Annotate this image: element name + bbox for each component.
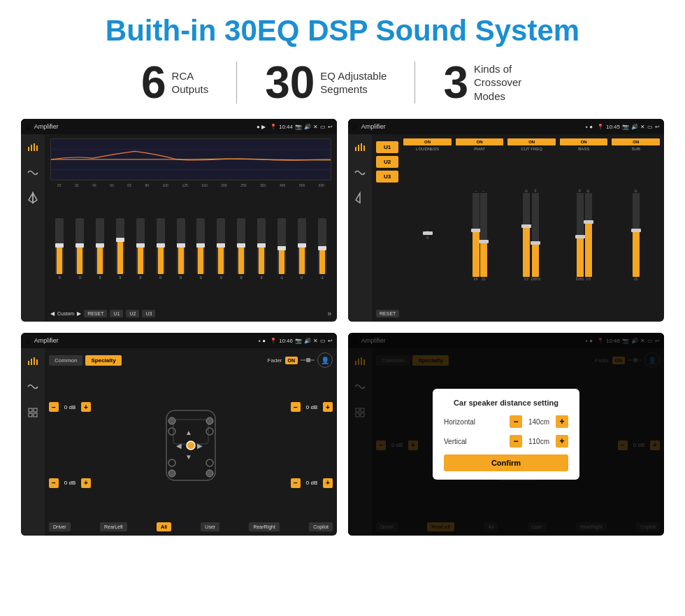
bass-slider-g: G 3.0 [585, 189, 592, 281]
phat-on-badge: ON [456, 138, 504, 145]
vertical-minus-btn[interactable]: − [510, 435, 522, 447]
left-top-val: 0 dB [60, 404, 80, 410]
eq-camera-icon: 📷 [295, 124, 302, 130]
copilot-btn[interactable]: Copilot [309, 522, 333, 531]
eq-status-right: 📍 10:44 📷 🔊 ✕ ▭ ↩ [270, 124, 333, 130]
eq-freq-labels: 2532405063 80100125160200 25032040050063… [50, 183, 331, 187]
loudness-slider-group: G 0 [424, 152, 431, 317]
sub-slider-g: G 20 [633, 189, 640, 281]
left-bot-minus[interactable]: − [49, 478, 59, 488]
svg-rect-17 [36, 359, 38, 365]
right-bot-plus[interactable]: + [323, 478, 333, 488]
eq-next-btn[interactable]: ▶ [77, 310, 81, 317]
rearright-btn[interactable]: RearRight [249, 522, 280, 531]
channel-sub: ON SUB G 20 [612, 138, 660, 317]
left-bot-plus[interactable]: + [81, 478, 91, 488]
modal-horizontal-row: Horizontal − 140cm + [444, 415, 568, 428]
svg-marker-13 [356, 193, 360, 203]
crossover-back-icon: ↩ [655, 124, 660, 130]
speaker-sidebar-icon-1[interactable] [25, 354, 41, 369]
preset-u2[interactable]: U2 [376, 156, 398, 168]
svg-text:▶: ▶ [197, 442, 203, 450]
right-top-plus[interactable]: + [323, 402, 333, 412]
speaker-sidebar-icon-2[interactable] [25, 379, 41, 394]
sub-label: SUB [632, 147, 640, 151]
crossover-sidebar-icon-3[interactable] [352, 190, 368, 206]
speaker-sidebar [21, 348, 45, 536]
left-top-plus[interactable]: + [81, 402, 91, 412]
left-vol-bottom: − 0 dB + [49, 478, 91, 488]
preset-u3[interactable]: U3 [376, 171, 398, 182]
crossover-sidebar [348, 134, 372, 322]
crossover-camera-icon: 📷 [622, 124, 629, 130]
crossover-sidebar-icon-1[interactable] [352, 140, 368, 155]
user-icon[interactable]: 👤 [317, 352, 333, 368]
all-btn[interactable]: All [157, 522, 171, 531]
vertical-plus-btn[interactable]: + [556, 435, 568, 447]
user-btn[interactable]: User [201, 522, 219, 531]
eq-slider-col-6: 0 [151, 218, 170, 280]
eq-prev-btn[interactable]: ◀ [50, 310, 55, 317]
eq-slider-col-13: 0 [292, 218, 311, 280]
preset-u1[interactable]: U1 [376, 141, 398, 153]
eq-u1-btn[interactable]: U1 [110, 310, 123, 317]
cutfreq-sliders: G 3.0 F [523, 152, 540, 317]
svg-rect-9 [355, 147, 356, 151]
eq-bottom-bar: ◀ Custom ▶ RESET U1 U2 U3 » [50, 310, 331, 317]
speaker-sidebar-icon-3[interactable] [25, 404, 41, 420]
eq-location-icon: 📍 [270, 124, 277, 130]
confirm-button[interactable]: Confirm [444, 454, 568, 471]
right-top-minus[interactable]: − [291, 402, 301, 412]
bass-sliders: F 90Hz G [576, 152, 592, 317]
stat-label-rca: RCAOutputs [172, 69, 209, 96]
phat-slider-1: ~ 64 [473, 189, 480, 281]
horizontal-minus-btn[interactable]: − [510, 415, 522, 428]
svg-point-28 [168, 459, 175, 466]
modal-vertical-control: − 110cm + [510, 435, 568, 447]
svg-rect-15 [31, 359, 32, 365]
eq-sidebar-icon-2[interactable] [25, 165, 41, 180]
distance-setting-modal: Car speaker distance setting Horizontal … [433, 389, 579, 480]
eq-slider-col-11: 0 [252, 218, 271, 280]
svg-rect-3 [36, 145, 38, 151]
sub-on-badge: ON [612, 138, 660, 145]
eq-reset-btn[interactable]: RESET [84, 310, 107, 317]
svg-rect-18 [29, 408, 32, 412]
phat-label: PHAT [474, 147, 485, 151]
speaker-screen-content: Common Specialty Fader ON 👤 [21, 348, 337, 536]
tab-common[interactable]: Common [49, 355, 82, 366]
home-icon: ⌂ [25, 122, 30, 131]
sub-slider: G 20 [633, 152, 640, 317]
eq-screen-card: ⌂ Amplifier ● ▶ 📍 10:44 📷 🔊 ✕ ▭ ↩ [21, 119, 337, 322]
eq-slider-col-9: 0 [212, 218, 231, 280]
eq-play-icons: ● ▶ [257, 124, 266, 130]
modal-horizontal-label: Horizontal [444, 418, 486, 426]
driver-btn[interactable]: Driver [49, 522, 71, 531]
eq-main: 2532405063 80100125160200 25032040050063… [45, 134, 337, 322]
eq-sidebar-icon-1[interactable] [25, 140, 41, 155]
crossover-sidebar-icon-2[interactable] [352, 165, 368, 180]
eq-slider-col-8: 0 [192, 218, 210, 280]
stat-number-crossover: 3 [443, 60, 468, 105]
horizontal-plus-btn[interactable]: + [556, 415, 568, 428]
stats-row: 6 RCAOutputs 30 EQ AdjustableSegments 3 … [21, 60, 664, 105]
right-bot-minus[interactable]: − [291, 478, 301, 488]
tab-specialty[interactable]: Specialty [85, 355, 121, 366]
fader-slider[interactable] [301, 357, 315, 363]
speaker-location-icon: 📍 [270, 338, 277, 344]
eq-slider-col-4: 5 [111, 218, 130, 280]
eq-u3-btn[interactable]: U3 [142, 310, 155, 317]
svg-text:▼: ▼ [185, 453, 192, 461]
svg-rect-0 [28, 147, 29, 151]
left-top-minus[interactable]: − [49, 402, 59, 412]
eq-u2-btn[interactable]: U2 [126, 310, 139, 317]
crossover-reset-btn[interactable]: RESET [376, 307, 399, 317]
right-top-val: 0 dB [302, 404, 322, 410]
svg-rect-19 [34, 408, 37, 412]
speaker-screen-title: Amplifier [34, 337, 254, 344]
rearleft-btn[interactable]: RearLeft [100, 522, 127, 531]
speaker-camera-icon: 📷 [295, 338, 302, 344]
eq-sidebar-icon-3[interactable] [25, 190, 41, 206]
crossover-main: U1 U2 U3 RESET ON LOUDNES [372, 134, 664, 322]
speaker-screen-card: ⌂ Amplifier ▪ ● 📍 10:46 📷 🔊 ✕ ▭ ↩ [21, 333, 337, 536]
